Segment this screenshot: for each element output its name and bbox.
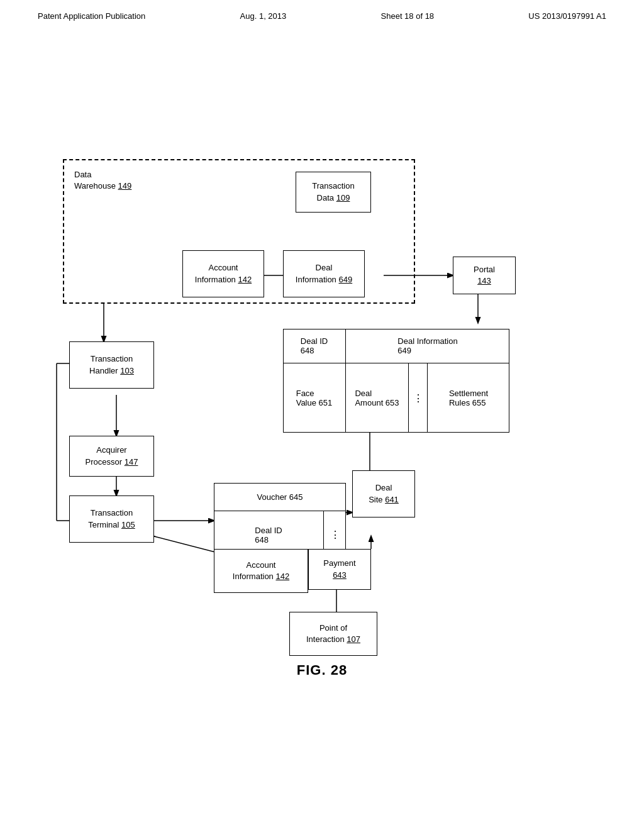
account-info-bottom-box: AccountInformation 142 bbox=[214, 549, 308, 593]
deal-info-649-title-cell: Deal Information649 bbox=[346, 329, 509, 363]
portal-box: Portal143 bbox=[453, 257, 516, 294]
dots-top-cell: ⋮ bbox=[409, 363, 428, 433]
deal-info-649-title-row: Deal ID648 Deal Information649 bbox=[283, 329, 509, 363]
deal-amount-cell: DealAmount 653 bbox=[346, 363, 409, 433]
acquirer-processor-box: AcquirerProcessor 147 bbox=[69, 436, 154, 477]
face-value-cell: FaceValue 651 bbox=[283, 363, 346, 433]
header-sheet: Sheet 18 of 18 bbox=[381, 11, 435, 21]
fig-label: FIG. 28 bbox=[0, 662, 644, 678]
voucher-title-cell: Voucher 645 bbox=[214, 483, 346, 511]
account-info-top-box: AccountInformation 142 bbox=[182, 250, 264, 297]
payment-box: Payment643 bbox=[308, 549, 371, 590]
header-date: Aug. 1, 2013 bbox=[240, 11, 287, 21]
deal-id-top-cell: Deal ID648 bbox=[283, 329, 346, 363]
data-warehouse-box: DataWarehouse 149 bbox=[69, 165, 151, 213]
deal-info-649-bottom-row: FaceValue 651 DealAmount 653 ⋮ Settlemen… bbox=[283, 363, 509, 433]
settlement-rules-cell: SettlementRules 655 bbox=[428, 363, 509, 433]
transaction-handler-box: TransactionHandler 103 bbox=[69, 341, 154, 389]
deal-site-box: DealSite 641 bbox=[352, 470, 415, 517]
header-patent: US 2013/0197991 A1 bbox=[528, 11, 606, 21]
deal-info-top-box: DealInformation 649 bbox=[283, 250, 365, 297]
transaction-data-box: TransactionData 109 bbox=[296, 172, 371, 213]
transaction-terminal-box: TransactionTerminal 105 bbox=[69, 495, 154, 543]
diagram-area: DataWarehouse 149 TransactionData 109 Ac… bbox=[0, 33, 644, 650]
data-warehouse-label: DataWarehouse 149 bbox=[74, 169, 131, 192]
page-header: Patent Application Publication Aug. 1, 2… bbox=[0, 0, 644, 27]
header-left: Patent Application Publication bbox=[38, 11, 145, 21]
data-warehouse-num: 149 bbox=[118, 181, 132, 191]
point-of-interaction-box: Point ofInteraction 107 bbox=[289, 612, 377, 656]
